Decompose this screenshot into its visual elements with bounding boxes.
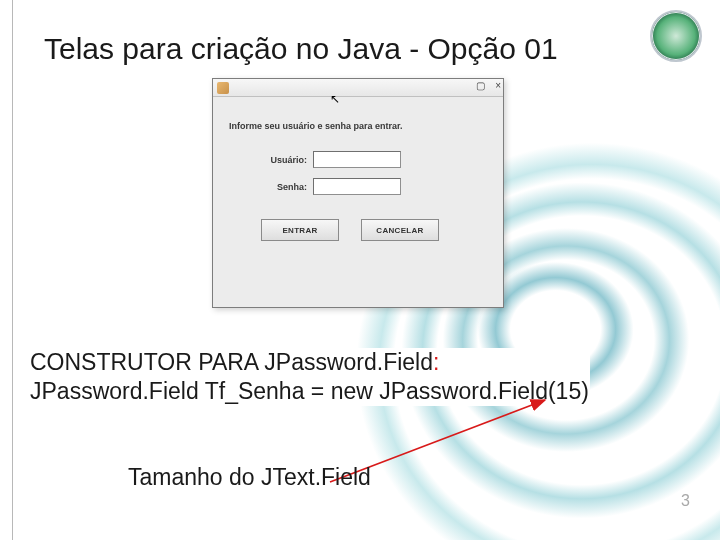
colon-red: :: [433, 349, 439, 375]
java-cup-icon: [217, 82, 229, 94]
size-caption: Tamanho do JText.Field: [128, 464, 371, 491]
code-annotation-box: CONSTRUTOR PARA JPassword.Field: JPasswo…: [30, 348, 590, 406]
minimize-icon[interactable]: ▢: [476, 80, 485, 91]
constructor-text: CONSTRUTOR PARA JPassword.Field: [30, 349, 433, 375]
cancel-button[interactable]: CANCELAR: [361, 219, 439, 241]
instruction-text: Informe seu usuário e senha para entrar.: [229, 121, 489, 131]
close-icon[interactable]: ×: [495, 80, 501, 91]
user-field[interactable]: [313, 151, 401, 168]
slide-title: Telas para criação no Java - Opção 01: [44, 32, 558, 66]
password-label: Senha:: [227, 182, 307, 192]
page-number: 3: [681, 492, 690, 510]
user-label: Usuário:: [227, 155, 307, 165]
institution-logo: [650, 10, 702, 62]
enter-button[interactable]: ENTRAR: [261, 219, 339, 241]
java-login-window: ▢ × Informe seu usuário e senha para ent…: [212, 78, 504, 308]
left-vertical-rule: [12, 0, 13, 540]
password-field[interactable]: [313, 178, 401, 195]
window-titlebar: ▢ ×: [213, 79, 503, 97]
constructor-code: JPassword.Field Tf_Senha = new JPassword…: [30, 377, 590, 406]
